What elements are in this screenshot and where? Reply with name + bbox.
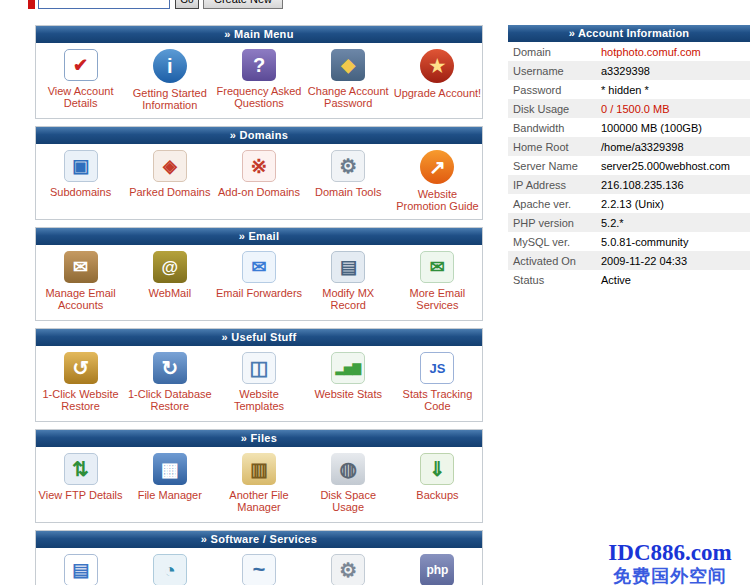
- section-header: » Domains: [36, 127, 482, 144]
- php-icon: php: [420, 554, 454, 585]
- account-row-value: Active: [601, 274, 631, 286]
- menu-item-label: Frequency Asked Questions: [214, 85, 303, 109]
- account-row-value: 5.2.*: [601, 217, 624, 229]
- software-installer-icon: ◔: [153, 554, 187, 585]
- menu-item-label: 1-Click Website Restore: [36, 388, 125, 412]
- menu-item-mysql-icon[interactable]: ~: [214, 554, 303, 585]
- menu-item-1-click-database-restore[interactable]: ↻1-Click Database Restore: [125, 352, 214, 412]
- menu-item-label: Stats Tracking Code: [393, 388, 482, 412]
- go-button[interactable]: Go: [175, 0, 199, 9]
- account-info-table: Domainhotphoto.comuf.comUsernamea3329398…: [508, 42, 750, 289]
- account-row-label: Domain: [508, 46, 601, 58]
- menu-item-add-on-domains[interactable]: ※Add-on Domains: [214, 150, 303, 212]
- account-info-header: » Account Information: [508, 25, 750, 42]
- account-info-row-disk-usage: Disk Usage0 / 1500.0 MB: [508, 99, 750, 118]
- webmail-icon: @: [153, 251, 187, 283]
- account-row-label: IP Address: [508, 179, 601, 191]
- account-row-value: server25.000webhost.com: [601, 160, 730, 172]
- menu-item-website-promotion-guide[interactable]: ↗Website Promotion Guide: [393, 150, 482, 212]
- menu-item-view-ftp-details[interactable]: ⇅View FTP Details: [36, 453, 125, 513]
- account-row-value: 2.2.13 (Unix): [601, 198, 664, 210]
- menu-item-label: Modify MX Record: [304, 287, 393, 311]
- menu-item-parked-domains[interactable]: ◈Parked Domains: [125, 150, 214, 212]
- domain-select-input[interactable]: [38, 0, 170, 9]
- menu-item-change-account-password[interactable]: ◆Change Account Password: [304, 49, 393, 111]
- section-header: » Email: [36, 228, 482, 245]
- menu-item-getting-started-information[interactable]: iGetting Started Information: [125, 49, 214, 111]
- menu-item-label: Change Account Password: [304, 85, 393, 109]
- menu-item-software-installer-icon[interactable]: ◔: [125, 554, 214, 585]
- menu-item-subdomains[interactable]: ▣Subdomains: [36, 150, 125, 212]
- menu-item-modify-mx-record[interactable]: ▤Modify MX Record: [304, 251, 393, 311]
- account-info-row-bandwidth: Bandwidth100000 MB (100GB): [508, 118, 750, 137]
- menu-item-label: 1-Click Database Restore: [125, 388, 214, 412]
- menu-item-label: View Account Details: [36, 85, 125, 109]
- menu-item-email-forwarders[interactable]: ✉Email Forwarders: [214, 251, 303, 311]
- account-info-row-server-name: Server Nameserver25.000webhost.com: [508, 156, 750, 175]
- menu-item-manage-email-accounts[interactable]: ✉Manage Email Accounts: [36, 251, 125, 311]
- website-templates-icon: ◫: [242, 352, 276, 384]
- account-info-row-php-version: PHP version5.2.*: [508, 213, 750, 232]
- menu-item-file-manager[interactable]: ▦File Manager: [125, 453, 214, 513]
- section-header: » Software / Services: [36, 531, 482, 548]
- account-row-value: 0 / 1500.0 MB: [601, 103, 670, 115]
- section-header: » Useful Stuff: [36, 329, 482, 346]
- menu-item-label: Disk Space Usage: [304, 489, 393, 513]
- database-restore-icon: ↻: [153, 352, 187, 384]
- menu-item-scripts-icon[interactable]: ⚙: [304, 554, 393, 585]
- menu-item-view-account-details[interactable]: ✔View Account Details: [36, 49, 125, 111]
- menu-item-webmail[interactable]: @WebMail: [125, 251, 214, 311]
- domain-tools-icon: ⚙: [331, 150, 365, 182]
- menu-item-stats-tracking-code[interactable]: JSStats Tracking Code: [393, 352, 482, 412]
- account-info-row-ip-address: IP Address216.108.235.136: [508, 175, 750, 194]
- menu-item-more-email-services[interactable]: ✉More Email Services: [393, 251, 482, 311]
- menu-item-label: Getting Started Information: [125, 87, 214, 111]
- stats-code-icon: JS: [420, 352, 454, 384]
- menu-item-website-templates[interactable]: ◫Website Templates: [214, 352, 303, 412]
- menu-item-website-stats[interactable]: ▂▅▇Website Stats: [304, 352, 393, 412]
- account-row-value: a3329398: [601, 65, 650, 77]
- menu-item-disk-space-usage[interactable]: ◍Disk Space Usage: [304, 453, 393, 513]
- subdomains-icon: ▣: [64, 150, 98, 182]
- account-row-label: Home Root: [508, 141, 601, 153]
- section-items: ↺1-Click Website Restore↻1-Click Databas…: [36, 346, 482, 412]
- menu-item-label: Subdomains: [50, 186, 111, 198]
- section-header: » Main Menu: [36, 26, 482, 43]
- software-list-icon: ▤: [64, 554, 98, 585]
- account-row-label: Password: [508, 84, 601, 96]
- upgrade-account-icon: ★: [420, 49, 454, 83]
- section-items: ✔View Account DetailsiGetting Started In…: [36, 43, 482, 111]
- create-new-button[interactable]: Create New: [203, 0, 283, 9]
- menu-item-frequency-asked-questions[interactable]: ?Frequency Asked Questions: [214, 49, 303, 111]
- menu-item-label: Website Stats: [314, 388, 382, 400]
- account-row-value: /home/a3329398: [601, 141, 684, 153]
- menu-item-label: Website Templates: [214, 388, 303, 412]
- account-info-row-status: StatusActive: [508, 270, 750, 289]
- menu-item-label: Another File Manager: [214, 489, 303, 513]
- menu-item-label: View FTP Details: [39, 489, 123, 501]
- disk-usage-icon: ◍: [331, 453, 365, 485]
- email-forwarders-icon: ✉: [242, 251, 276, 283]
- account-info-row-password: Password* hidden *: [508, 80, 750, 99]
- file-manager-icon: ▦: [153, 453, 187, 485]
- menu-item-backups[interactable]: ⇓Backups: [393, 453, 482, 513]
- menu-item-software-list-icon[interactable]: ▤: [36, 554, 125, 585]
- account-row-value: * hidden *: [601, 84, 649, 96]
- account-row-label: PHP version: [508, 217, 601, 229]
- menu-item-php-icon[interactable]: php: [393, 554, 482, 585]
- menu-item-another-file-manager[interactable]: ▥Another File Manager: [214, 453, 303, 513]
- menu-item-1-click-website-restore[interactable]: ↺1-Click Website Restore: [36, 352, 125, 412]
- menu-item-label: Manage Email Accounts: [36, 287, 125, 311]
- account-info-row-username: Usernamea3329398: [508, 61, 750, 80]
- logo-dot: [28, 0, 35, 9]
- website-stats-icon: ▂▅▇: [331, 352, 365, 384]
- section-useful-stuff: » Useful Stuff↺1-Click Website Restore↻1…: [35, 328, 483, 422]
- ftp-details-icon: ⇅: [64, 453, 98, 485]
- menu-item-domain-tools[interactable]: ⚙Domain Tools: [304, 150, 393, 212]
- account-row-value: 2009-11-22 04:33: [601, 255, 687, 267]
- menu-item-upgrade-account[interactable]: ★Upgrade Account!: [393, 49, 482, 111]
- menu-item-label: Add-on Domains: [218, 186, 300, 198]
- account-row-label: Disk Usage: [508, 103, 601, 115]
- section-header: » Files: [36, 430, 482, 447]
- another-file-manager-icon: ▥: [242, 453, 276, 485]
